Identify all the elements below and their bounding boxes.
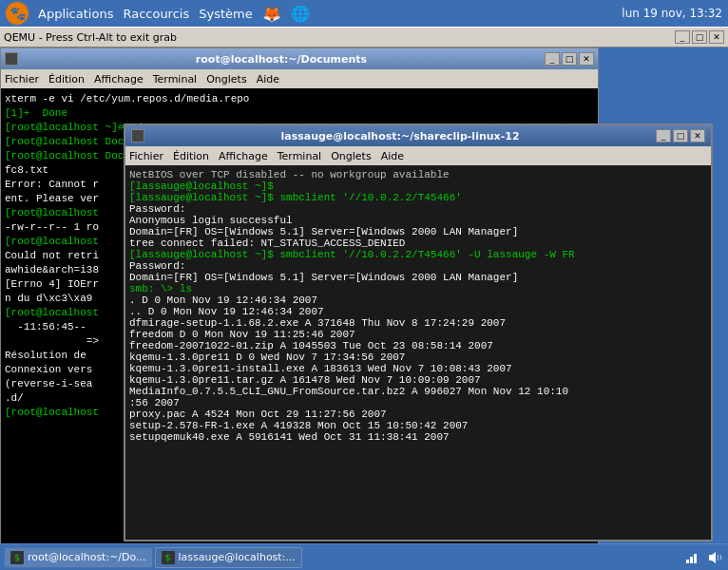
terminal-1-close[interactable]: ✕ — [579, 52, 594, 66]
terminal-2-icon — [131, 129, 144, 142]
svg-marker-3 — [709, 552, 716, 563]
term1-menu-edition[interactable]: Édition — [48, 73, 85, 86]
term2-menu-affichage[interactable]: Affichage — [219, 150, 268, 162]
datetime-label: lun 19 nov, 13:32 — [622, 7, 722, 20]
list-item: Domain=[FR] OS=[Windows 5.1] Server=[Win… — [129, 272, 707, 283]
volume-icon: )) — [707, 550, 722, 565]
taskbar-item-terminal1[interactable]: $ root@localhost:~/Do... — [4, 547, 153, 568]
list-item: smb: \> ls — [129, 283, 707, 294]
terminal-2-minimize[interactable]: _ — [656, 129, 671, 142]
svg-text:)): )) — [717, 554, 722, 561]
list-item: Anonymous login successful — [129, 215, 707, 226]
qemu-titlebar: QEMU - Press Ctrl-Alt to exit grab _ □ ✕ — [0, 27, 728, 48]
list-item: [1]+ Done — [5, 106, 594, 121]
terminal-2-content[interactable]: NetBIOS over TCP disabled -- no workgrou… — [125, 165, 711, 519]
system-bar: 🐾 Applications Raccourcis Système 🦊 🌐 lu… — [0, 0, 728, 27]
qemu-close-button[interactable]: ✕ — [709, 30, 724, 44]
terminal-2-titlebar: lassauge@localhost:~/shareclip-linux-12 … — [125, 125, 711, 146]
menu-applications[interactable]: Applications — [38, 7, 113, 21]
list-item: MediaInfo_0.7.5.5_CLI_GNU_FromSource.tar… — [129, 386, 707, 397]
terminal-1-maximize[interactable]: □ — [562, 52, 577, 66]
menu-raccourcis[interactable]: Raccourcis — [123, 7, 189, 21]
terminal-2-menubar: Fichier Édition Affichage Terminal Ongle… — [125, 146, 711, 165]
term1-menu-aide[interactable]: Aide — [257, 73, 279, 86]
svg-rect-1 — [690, 557, 693, 563]
term1-subtitle: xterm -e vi /etc/yum.repos.d/media.repo — [5, 92, 594, 106]
terminal-1-menubar: Fichier Édition Affichage Terminal Ongle… — [1, 69, 598, 88]
qemu-maximize-button[interactable]: □ — [692, 30, 707, 44]
term2-menu-edition[interactable]: Édition — [173, 150, 209, 162]
list-item: . D 0 Mon Nov 19 12:46:34 2007 — [129, 294, 707, 306]
list-item: [lassauge@localhost ~]$ — [129, 180, 707, 192]
term1-menu-fichier[interactable]: Fichier — [5, 73, 39, 86]
term2-menu-onglets[interactable]: Onglets — [331, 150, 371, 162]
terminal-1-minimize[interactable]: _ — [545, 52, 560, 66]
list-item: kqemu-1.3.0pre11.tar.gz A 161478 Wed Nov… — [129, 374, 707, 386]
list-item: setup-2.578-FR-1.exe A 419328 Mon Oct 15… — [129, 420, 707, 431]
list-item: freedom D 0 Mon Nov 19 11:25:46 2007 — [129, 329, 707, 340]
list-item: [lassauge@localhost ~]$ smbclient '//10.… — [129, 192, 707, 203]
term1-menu-onglets[interactable]: Onglets — [206, 73, 246, 86]
terminal-2-window-controls: _ □ ✕ — [656, 129, 705, 142]
list-item: kqemu-1.3.0pre11 D 0 Wed Nov 7 17:34:56 … — [129, 352, 707, 363]
firefox-icon[interactable]: 🦊 — [262, 5, 281, 23]
qemu-title-label: QEMU - Press Ctrl-Alt to exit grab — [4, 31, 177, 44]
taskbar-terminal2-icon: $ — [162, 551, 175, 564]
list-item: Password: — [129, 260, 707, 272]
term1-menu-affichage[interactable]: Affichage — [94, 73, 144, 86]
list-item: Password: — [129, 203, 707, 215]
taskbar-item-terminal2[interactable]: $ lassauge@localhost:... — [155, 547, 302, 568]
taskbar-tray: )) — [682, 548, 724, 567]
menu-systeme[interactable]: Système — [199, 7, 252, 21]
taskbar-terminal1-icon: $ — [10, 551, 24, 564]
list-item: NetBIOS over TCP disabled -- no workgrou… — [129, 169, 707, 180]
list-item: tree connect failed: NT_STATUS_ACCESS_DE… — [129, 238, 707, 249]
qemu-minimize-button[interactable]: _ — [675, 30, 690, 44]
list-item: :56 2007 — [129, 397, 707, 408]
list-item: Domain=[FR] OS=[Windows 5.1] Server=[Win… — [129, 226, 707, 238]
term2-menu-aide[interactable]: Aide — [381, 150, 404, 162]
taskbar-terminal1-label: root@localhost:~/Do... — [28, 551, 146, 563]
list-item: .. D 0 Mon Nov 19 12:46:34 2007 — [129, 306, 707, 317]
taskbar-terminal2-label: lassauge@localhost:... — [179, 551, 296, 563]
terminal-2-title: lassauge@localhost:~/shareclip-linux-12 — [144, 130, 656, 142]
term2-menu-fichier[interactable]: Fichier — [129, 150, 163, 162]
network-icon — [684, 550, 699, 565]
system-bar-left: 🐾 Applications Raccourcis Système 🦊 🌐 — [6, 2, 310, 25]
tray-icon-2[interactable]: )) — [705, 548, 724, 567]
terminal-1-controls — [5, 52, 18, 66]
taskbar: $ root@localhost:~/Do... $ lassauge@loca… — [0, 543, 728, 570]
svg-rect-0 — [686, 560, 689, 563]
term1-menu-terminal[interactable]: Terminal — [153, 73, 198, 86]
terminal-1-titlebar: root@localhost:~/Documents _ □ ✕ — [1, 48, 598, 69]
system-clock: lun 19 nov, 13:32 — [622, 7, 722, 20]
terminal-1-window-controls: _ □ ✕ — [545, 52, 594, 66]
qemu-window-controls: _ □ ✕ — [675, 30, 724, 44]
list-item: proxy.pac A 4524 Mon Oct 29 11:27:56 200… — [129, 408, 707, 420]
browser-icon[interactable]: 🌐 — [291, 5, 310, 23]
terminal-1-icon — [5, 52, 18, 66]
terminal-2-left-controls — [131, 129, 144, 142]
term2-menu-terminal[interactable]: Terminal — [278, 150, 322, 162]
terminal-1-title: root@localhost:~/Documents — [18, 53, 545, 66]
list-item: freedom-20071022-01.zip A 1045503 Tue Oc… — [129, 340, 707, 352]
list-item: [lassauge@localhost ~]$ smbclient '//10.… — [129, 249, 707, 260]
terminal-2-close[interactable]: ✕ — [690, 129, 705, 142]
list-item: setupqemuk40.exe A 5916141 Wed Oct 31 11… — [129, 431, 707, 443]
list-item: kqemu-1.3.0pre11-install.exe A 183613 We… — [129, 363, 707, 374]
gnome-logo[interactable]: 🐾 — [6, 2, 29, 25]
tray-icon-1[interactable] — [682, 548, 701, 567]
terminal-window-2: lassauge@localhost:~/shareclip-linux-12 … — [124, 124, 713, 542]
terminal-2-maximize[interactable]: □ — [673, 129, 688, 142]
svg-rect-2 — [694, 554, 697, 563]
list-item: dfmirage-setup-1.1.68.2.exe A 371648 Thu… — [129, 317, 707, 329]
